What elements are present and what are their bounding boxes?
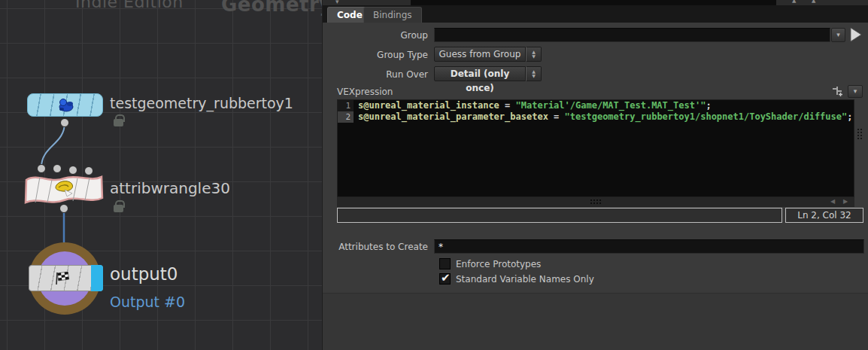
vexpression-code-editor[interactable]: 1 s@unreal_material_instance = "Material… xyxy=(337,99,854,197)
check-icon: ✔ xyxy=(441,271,451,285)
sliver-field[interactable] xyxy=(411,0,776,5)
group-input[interactable] xyxy=(434,28,830,42)
attributes-to-create-label: Attributes to Create xyxy=(323,242,428,252)
group-type-label: Group Type xyxy=(323,50,428,60)
code-line-2: 2 s@unreal_material_parameter_basetex = … xyxy=(338,111,854,123)
houdini-window: Indie Edition Geometry testgeometry_rubb xyxy=(0,0,868,350)
enforce-prototypes-checkbox[interactable] xyxy=(439,258,451,269)
resize-grip-icon[interactable] xyxy=(590,199,602,205)
network-editor[interactable]: Indie Edition Geometry testgeometry_rubb xyxy=(0,0,322,350)
select-geometry-arrow-icon[interactable] xyxy=(849,27,863,42)
sliver-caret-icon[interactable]: ▾ xyxy=(335,0,339,5)
node2-label[interactable]: attribwrangle30 xyxy=(110,179,230,197)
resize-grip-icon[interactable] xyxy=(857,128,863,141)
node-testgeometry-rubbertoy1[interactable] xyxy=(27,93,103,117)
enforce-prototypes-label: Enforce Prototypes xyxy=(456,259,541,269)
caret-down-icon: ▾ xyxy=(836,31,840,38)
scroll-left-icon[interactable]: ◀ xyxy=(830,198,835,205)
standard-variable-names-label: Standard Variable Names Only xyxy=(456,274,594,285)
vexpression-menu-button[interactable]: ▾ xyxy=(848,85,863,98)
spin-down-icon: ▼ xyxy=(532,74,536,78)
group-dropdown-button[interactable]: ▾ xyxy=(831,28,845,42)
top-toolbar-sliver: ▾ ▲ ▲ xyxy=(323,0,868,5)
node1-lock-icon xyxy=(114,119,123,126)
caret-down-icon: ▾ xyxy=(854,87,857,95)
group-type-select[interactable]: Guess from Group xyxy=(434,47,526,62)
group-type-spinner[interactable]: ▲ ▼ xyxy=(526,47,542,62)
rubbertoy-icon xyxy=(55,97,76,114)
code-line-1: 1 s@unreal_material_instance = "Material… xyxy=(338,100,854,111)
node1-output-connector[interactable] xyxy=(61,119,69,127)
wire-node1-node2[interactable] xyxy=(41,123,65,167)
standard-variable-names-checkbox[interactable]: ✔ xyxy=(439,273,451,285)
spin-down-icon: ▼ xyxy=(532,54,536,59)
node-output0[interactable] xyxy=(29,265,103,291)
run-over-spinner[interactable]: ▲ ▼ xyxy=(526,66,542,81)
sliver-spin-icon-1[interactable]: ▲ xyxy=(792,0,796,4)
attributes-to-create-input[interactable]: * xyxy=(434,239,864,254)
snippet-edit-bar[interactable] xyxy=(337,208,782,223)
keyframe-icon[interactable] xyxy=(831,85,843,97)
editor-vertical-scrollbar[interactable] xyxy=(855,99,865,197)
node2-lock-icon xyxy=(114,205,123,212)
sliver-spin-icon-2[interactable]: ▲ xyxy=(812,0,815,4)
node1-label[interactable]: testgeometry_rubbertoy1 xyxy=(110,95,293,111)
parameter-pane: ▾ ▲ ▲ Code Bindings Group ▾ Group Type G… xyxy=(322,0,868,350)
tab-bindings[interactable]: Bindings xyxy=(363,7,422,23)
run-over-label: Run Over xyxy=(323,69,428,80)
checkered-flag-icon xyxy=(54,272,71,285)
node-attribwrangle30[interactable] xyxy=(22,170,106,209)
group-label: Group xyxy=(323,30,428,41)
panel-empty-area xyxy=(323,293,868,350)
cursor-position-status: Ln 2, Col 32 xyxy=(785,208,863,223)
node3-display-flag[interactable] xyxy=(91,265,103,291)
line-number: 1 xyxy=(338,100,354,111)
vexpression-label: VEXpression xyxy=(337,87,393,97)
editor-bottom-bar[interactable]: ◀ ▶ xyxy=(337,197,854,207)
parameter-tabbar: Code Bindings xyxy=(323,5,868,23)
node3-label[interactable]: output0 xyxy=(110,264,178,284)
run-over-select[interactable]: Detail (only once) xyxy=(434,66,526,81)
line-number-current: 2 xyxy=(338,111,354,123)
scroll-right-icon[interactable]: ▶ xyxy=(843,198,848,205)
node3-output-badge: Output #0 xyxy=(110,294,185,310)
